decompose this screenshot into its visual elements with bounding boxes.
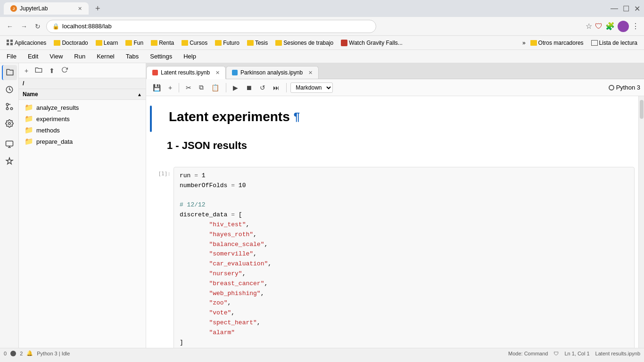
menu-kernel[interactable]: Kernel	[95, 52, 116, 61]
cut-button[interactable]: ✂	[183, 82, 194, 93]
sidebar-icon-git[interactable]	[2, 99, 17, 114]
code-cell-1[interactable]: [1]: run = 1 numberOfFolds = 10 # 12/12 …	[150, 167, 635, 348]
sidebar-icon-settings[interactable]	[2, 116, 17, 131]
refresh-button[interactable]: ↻	[33, 21, 42, 32]
folder-icon: 📁	[25, 137, 33, 146]
menu-tabs[interactable]: Tabs	[124, 52, 140, 61]
address-bar[interactable]: 🔒 localhost:8888/lab	[46, 20, 376, 33]
shield-status-icon: 🛡	[553, 351, 559, 356]
cell-type-selector[interactable]: Markdown Code Raw	[290, 82, 333, 93]
current-path: /	[23, 80, 24, 87]
bookmark-gravity-falls[interactable]: Watch Gravity Falls...	[338, 39, 405, 47]
code-line-vote: "vote",	[180, 308, 628, 318]
menu-settings[interactable]: Settings	[148, 52, 174, 61]
bookmark-gravity-falls-label: Watch Gravity Falls...	[349, 40, 403, 46]
bookmark-otros[interactable]: Otros marcadores	[528, 39, 586, 47]
bookmark-tesis[interactable]: Tesis	[244, 39, 271, 47]
notebook-content[interactable]: Latent experiments ¶ 1 - JSON results [1…	[146, 96, 638, 348]
cell-number: [1]:	[150, 167, 173, 348]
bookmark-futuro[interactable]: Futuro	[212, 39, 242, 47]
gravity-falls-icon	[341, 40, 347, 46]
code-line-somerville: "somerville",	[180, 249, 628, 259]
close-button[interactable]: ✕	[634, 4, 640, 13]
scrollbar-thumb[interactable]	[640, 100, 644, 119]
parkinson-tab-icon	[232, 70, 238, 75]
folder-analyze-results[interactable]: 📁 analyze_results	[19, 102, 146, 113]
sidebar-icon-files[interactable]	[2, 65, 17, 80]
markdown-cell-subheading: 1 - JSON results	[157, 136, 638, 159]
code-line-close-bracket: ]	[180, 338, 628, 348]
latent-results-tab-close[interactable]: ✕	[215, 70, 220, 76]
menu-run[interactable]: Run	[72, 52, 87, 61]
run-button[interactable]: ▶	[230, 82, 241, 93]
kernel-status-icon	[609, 85, 614, 90]
bookmark-renta[interactable]: Renta	[148, 39, 177, 47]
menu-help[interactable]: Help	[182, 52, 198, 61]
save-button[interactable]: 💾	[150, 82, 164, 93]
minimize-button[interactable]: —	[611, 4, 618, 13]
folder-prepare-data[interactable]: 📁 prepare_data	[19, 136, 146, 147]
file-list: 📁 analyze_results 📁 experiments 📁 method…	[19, 100, 146, 149]
bookmark-cursos[interactable]: Cursos	[179, 39, 210, 47]
folder-methods[interactable]: 📁 methods	[19, 124, 146, 136]
restart-button[interactable]: ↺	[257, 82, 268, 93]
bookmark-learn[interactable]: Learn	[93, 39, 121, 47]
svg-point-2	[6, 103, 8, 106]
shield-icon[interactable]: 🛡	[595, 22, 603, 31]
bookmark-lista[interactable]: Lista de lectura	[588, 39, 640, 47]
notebook-scrollbar[interactable]	[638, 96, 644, 348]
new-tab-button[interactable]: +	[92, 4, 103, 14]
profile-icon[interactable]	[618, 21, 629, 32]
jlab-file-panel: + ⬆ / Name ▲	[19, 63, 146, 348]
menu-edit[interactable]: Edit	[26, 52, 40, 61]
menu-view[interactable]: View	[48, 52, 65, 61]
folder-experiments[interactable]: 📁 experiments	[19, 113, 146, 124]
bookmarks-more-button[interactable]: »	[522, 40, 526, 46]
notebook-tab-bar: Latent results.ipynb ✕ Parkinson analysi…	[146, 63, 644, 79]
bookmark-doctorado[interactable]: Doctorado	[51, 39, 91, 47]
refresh-file-browser-button[interactable]	[59, 66, 70, 75]
folder-analyze-results-label: analyze_results	[36, 104, 79, 111]
markdown-subheading-content: 1 - JSON results	[157, 136, 638, 159]
code-line-alarm: "alarm"	[180, 328, 628, 338]
interrupt-button[interactable]: ⏹	[243, 82, 255, 93]
back-button[interactable]: ←	[5, 21, 15, 32]
code-line-comment-1: # 12/12	[180, 200, 628, 210]
paste-button[interactable]: 📋	[208, 82, 222, 93]
extensions-icon[interactable]: 🧩	[605, 22, 615, 31]
window-controls: — ☐ ✕	[611, 4, 640, 13]
folder-methods-label: methods	[36, 127, 60, 134]
restart-run-all-button[interactable]: ⏭	[270, 82, 282, 93]
menu-file[interactable]: File	[5, 52, 18, 61]
bookmark-otros-label: Otros marcadores	[538, 40, 584, 46]
bookmark-sesiones[interactable]: Sesiones de trabajo	[272, 39, 336, 47]
forward-button[interactable]: →	[19, 21, 29, 32]
new-folder-button[interactable]	[33, 66, 44, 75]
maximize-button[interactable]: ☐	[623, 4, 629, 13]
code-content[interactable]: run = 1 numberOfFolds = 10 # 12/12 discr…	[173, 167, 635, 348]
folder-otros-icon	[530, 40, 537, 46]
file-name-header[interactable]: Name ▲	[19, 89, 146, 100]
star-icon[interactable]: ☆	[586, 22, 592, 31]
add-cell-button[interactable]: +	[165, 82, 175, 93]
notebook-sub-heading: 1 - JSON results	[167, 140, 629, 152]
copy-button[interactable]: ⧉	[196, 82, 206, 93]
new-launcher-button[interactable]: +	[23, 66, 30, 75]
close-tab-button[interactable]: ✕	[78, 6, 82, 12]
sidebar-icon-running[interactable]	[2, 82, 17, 97]
upload-button[interactable]: ⬆	[47, 66, 57, 75]
jlab-sidebar-icons	[0, 63, 19, 348]
menu-icon[interactable]: ⋮	[632, 22, 639, 31]
browser-tab-jupyterlab[interactable]: J JupyterLab ✕	[4, 2, 89, 15]
sidebar-icon-extensions[interactable]	[2, 154, 17, 169]
bookmark-aplicaciones[interactable]: Aplicaciones	[4, 39, 49, 47]
sidebar-icon-tabs[interactable]	[2, 137, 17, 152]
parkinson-tab-close[interactable]: ✕	[308, 70, 313, 76]
code-line-discrete-open: discrete_data = [	[180, 210, 628, 220]
jupyterlab-container: File Edit View Run Kernel Tabs Settings …	[0, 50, 644, 348]
nav-right: ☆ 🛡 🧩 ⋮	[586, 21, 639, 32]
status-indicator	[10, 351, 16, 356]
tab-parkinson-analysis[interactable]: Parkinson analysis.ipynb ✕	[226, 66, 319, 79]
bookmark-fun[interactable]: Fun	[123, 39, 146, 47]
tab-latent-results[interactable]: Latent results.ipynb ✕	[146, 66, 226, 79]
